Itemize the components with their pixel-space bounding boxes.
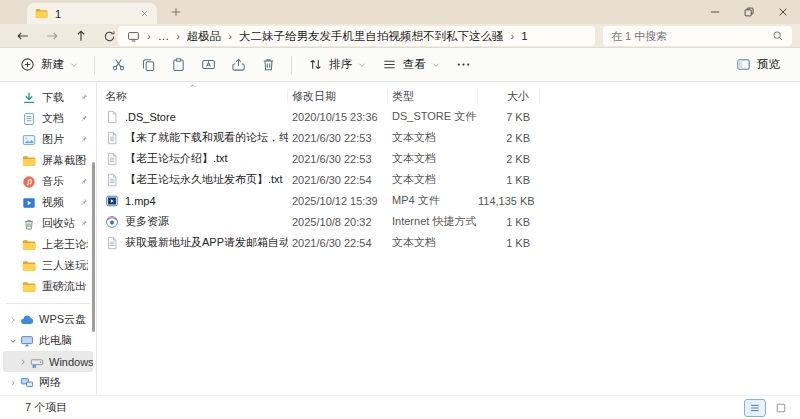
breadcrumb-ellipsis[interactable]: …: [158, 30, 170, 42]
file-date: 2021/6/30 22:53: [288, 153, 388, 165]
sidebar-item-label: 回收站: [42, 216, 75, 231]
file-row[interactable]: .DS_Store2020/10/15 23:36DS_STORE 文件7 KB: [105, 106, 800, 127]
pictures-icon: [22, 133, 36, 147]
tree-item-drive[interactable]: Windows-SSD: [3, 351, 93, 372]
chevron-down-icon: [432, 61, 440, 69]
preview-button[interactable]: 预览: [728, 52, 788, 78]
search-box[interactable]: [603, 26, 792, 46]
close-button[interactable]: [766, 0, 800, 24]
computer-icon: [20, 334, 34, 348]
tab-close-icon[interactable]: [140, 9, 149, 18]
sidebar-item-downloads[interactable]: 下载: [0, 87, 96, 108]
view-button[interactable]: 查看: [374, 52, 448, 78]
chevron-right-icon[interactable]: [9, 316, 17, 324]
share-button[interactable]: [223, 52, 253, 78]
file-list-pane: 名称 修改日期 类型 大小 .DS_Store2020/10/15 23:36D…: [97, 82, 800, 395]
music-icon: [22, 175, 36, 189]
recycle-icon: [22, 217, 36, 231]
tree-item-cloud[interactable]: WPS云盘: [3, 309, 93, 330]
breadcrumb-separator: ›: [147, 30, 151, 42]
file-row[interactable]: 获取最新地址及APP请发邮箱自动获取.txt2021/6/30 22:54文本文…: [105, 232, 800, 253]
details-view-toggle[interactable]: [744, 399, 766, 417]
column-header-size[interactable]: 大小: [478, 89, 540, 103]
close-icon: [777, 6, 789, 18]
file-row[interactable]: 【老王论坛介绍】.txt2021/6/30 22:53文本文档2 KB: [105, 148, 800, 169]
sidebar-scrollbar[interactable]: [92, 162, 95, 332]
new-tab-button[interactable]: [170, 6, 182, 18]
folder-icon: [22, 259, 36, 273]
trash-icon: [261, 57, 276, 72]
pin-icon: [79, 261, 88, 270]
sidebar-item-videos[interactable]: 视频: [0, 192, 96, 213]
breadcrumb-segment[interactable]: 1: [521, 30, 527, 42]
search-input[interactable]: [611, 30, 772, 42]
column-header-name[interactable]: 名称: [105, 89, 288, 103]
delete-button[interactable]: [253, 52, 283, 78]
pin-icon: [79, 114, 88, 123]
column-header-date[interactable]: 修改日期: [288, 89, 388, 103]
copy-button[interactable]: [133, 52, 163, 78]
sort-button[interactable]: 排序: [300, 52, 374, 78]
file-date: 2025/10/12 15:39: [288, 195, 388, 207]
chevron-right-icon[interactable]: [19, 358, 27, 366]
chevron-down-icon: [358, 61, 366, 69]
videos-icon: [22, 196, 36, 210]
sidebar-item-music[interactable]: 音乐: [0, 171, 96, 192]
sidebar-item-folder[interactable]: 重磅流出！林: [0, 276, 96, 297]
maximize-button[interactable]: [732, 0, 766, 24]
file-type: 文本文档: [388, 151, 478, 166]
file-type: 文本文档: [388, 172, 478, 187]
item-count: 7 个项目: [25, 400, 67, 415]
more-icon: [456, 57, 471, 72]
breadcrumb-segment[interactable]: 超极品: [187, 29, 222, 44]
file-row[interactable]: 【老王论坛永久地址发布页】.txt2021/6/30 22:54文本文档1 KB: [105, 169, 800, 190]
cut-button[interactable]: [103, 52, 133, 78]
sidebar-item-folder[interactable]: 上老王论坛当: [0, 234, 96, 255]
sidebar-item-pictures[interactable]: 图片: [0, 129, 96, 150]
more-options-button[interactable]: [448, 52, 478, 78]
file-name: 【老王论坛永久地址发布页】.txt: [125, 172, 283, 187]
breadcrumb-separator: ›: [176, 30, 180, 42]
forward-button[interactable]: [37, 25, 66, 47]
new-button[interactable]: 新建: [12, 52, 86, 78]
large-icons-view-toggle[interactable]: [770, 399, 792, 417]
file-row[interactable]: 更多资源2025/10/8 20:32Internet 快捷方式1 KB: [105, 211, 800, 232]
file-type: MP4 文件: [388, 193, 478, 208]
sidebar-item-documents[interactable]: 文档: [0, 108, 96, 129]
file-size: 1 KB: [478, 237, 540, 249]
file-date: 2021/6/30 22:53: [288, 132, 388, 144]
sort-ascending-icon: [189, 82, 197, 90]
sidebar-divider: [6, 303, 90, 304]
up-button[interactable]: [66, 25, 95, 47]
tree-item-computer[interactable]: 此电脑: [3, 330, 93, 351]
file-date: 2021/6/30 22:54: [288, 174, 388, 186]
preview-label: 预览: [757, 57, 780, 72]
pin-icon: [79, 219, 88, 228]
breadcrumb-segment[interactable]: 大二妹子给男友发手机里自拍视频想不到私下这么骚: [239, 29, 504, 44]
minimize-button[interactable]: [698, 0, 732, 24]
file-row[interactable]: 1.mp42025/10/12 15:39MP4 文件114,135 KB: [105, 190, 800, 211]
file-row[interactable]: 【来了就能下载和观看的论坛，纯免费！】.txt2021/6/30 22:53文本…: [105, 127, 800, 148]
folder-icon: [22, 238, 36, 252]
pin-icon: [79, 198, 88, 207]
file-type: Internet 快捷方式: [388, 214, 478, 229]
breadcrumb[interactable]: ›…›超极品›大二妹子给男友发手机里自拍视频想不到私下这么骚›1: [118, 26, 595, 46]
file-type: 文本文档: [388, 235, 478, 250]
new-icon: [20, 57, 35, 72]
rename-button[interactable]: [193, 52, 223, 78]
preview-pane-icon: [736, 57, 751, 72]
chevron-down-icon[interactable]: [9, 337, 17, 345]
back-button[interactable]: [8, 25, 37, 47]
file-media-icon: [105, 194, 119, 208]
file-type: DS_STORE 文件: [388, 109, 478, 124]
sidebar-item-folder[interactable]: 三人迷玩深圳: [0, 255, 96, 276]
sidebar-item-recycle[interactable]: 回收站: [0, 213, 96, 234]
paste-button[interactable]: [163, 52, 193, 78]
window-controls: [698, 0, 800, 24]
chevron-right-icon[interactable]: [9, 379, 17, 387]
tree-item-network[interactable]: 网络: [3, 372, 93, 393]
downloads-icon: [22, 91, 36, 105]
column-header-type[interactable]: 类型: [388, 89, 478, 103]
sidebar-item-folder[interactable]: 屏幕截图: [0, 150, 96, 171]
explorer-tab[interactable]: 1: [27, 3, 157, 24]
